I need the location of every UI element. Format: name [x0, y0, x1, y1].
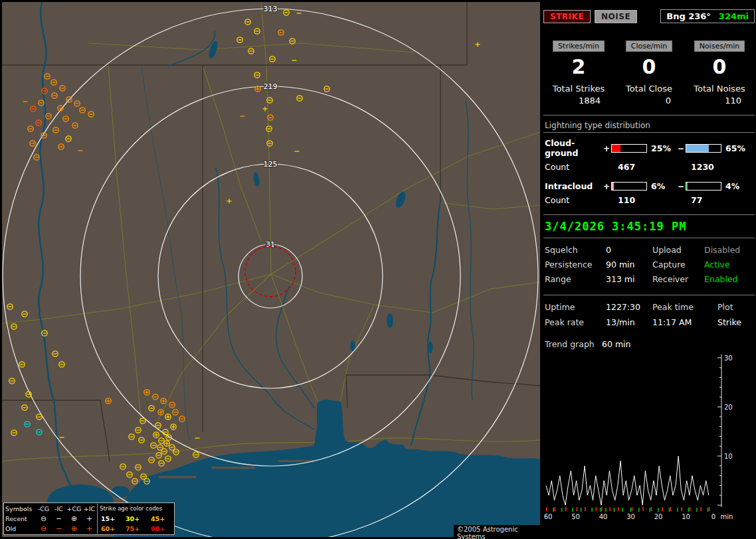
status-cell: 11:17 AM [652, 317, 717, 327]
status-grid: Uptime1227:30Peak timePlotPeak rate13/mi… [543, 295, 755, 329]
negative-bar [686, 144, 721, 153]
trend-line [546, 456, 709, 505]
x-axis-unit: min [721, 513, 733, 520]
lightning-map[interactable]: 31321912531 [2, 2, 540, 537]
strike-button[interactable]: STRIKE [543, 10, 591, 23]
noise-mark [553, 508, 554, 512]
distribution-name: Cloud-ground [545, 138, 602, 158]
bearing-distance: 324mi [719, 11, 749, 21]
rate-value: 2 [572, 55, 586, 78]
legend-symbol: ⊖ [36, 524, 51, 533]
negative-bar [686, 182, 721, 191]
legend-symbol: − [51, 524, 66, 533]
x-tick-label: 0 [711, 513, 715, 520]
setting-cell: 0 [606, 245, 652, 255]
mode-toolbar: STRIKE NOISE Bng 236° 324mi [543, 9, 755, 23]
negative-count: 77 [686, 195, 755, 205]
setting-cell: Upload [652, 245, 704, 255]
trend-header: Trend graph 60 min [545, 339, 755, 349]
noise-mark [581, 508, 582, 512]
distribution-name: Intracloud [545, 181, 602, 191]
status-cell: 13/min [606, 317, 652, 327]
rate-counters: Strikes/min2Total Strikes1884Close/min0T… [543, 40, 755, 106]
close-mark [577, 507, 578, 511]
distribution-row: Cloud-ground+25%−65% [545, 138, 755, 158]
distribution-count-row: Count4671230 [545, 162, 755, 172]
positive-bar [611, 144, 647, 153]
divider [543, 115, 755, 116]
close-mark [642, 507, 644, 511]
y-tick-label: 10 [724, 453, 733, 460]
range-ring-label: 125 [264, 160, 278, 169]
noise-mark [669, 508, 670, 512]
x-tick-label: 50 [571, 513, 580, 520]
legend-symbol: − [51, 514, 66, 523]
close-mark [609, 507, 611, 511]
legend-col-header: +IC [82, 504, 97, 514]
setting-cell: 90 min [606, 260, 652, 270]
plus-sign: + [602, 181, 611, 191]
total-label: Total Close [626, 84, 672, 94]
status-cell: 1227:30 [606, 302, 652, 312]
divider [543, 132, 755, 133]
setting-cell: Disabled [704, 245, 755, 255]
total-value: 1884 [579, 96, 614, 106]
legend-symbols-header: Symbols [5, 504, 36, 514]
rate-chip: Close/min [626, 40, 672, 52]
y-tick-label: 20 [724, 404, 733, 411]
rate-chip: Strikes/min [553, 40, 605, 52]
distribution-title: Lightning type distribution [545, 121, 755, 130]
legend-row-label: Old [5, 524, 36, 534]
positive-bar [611, 182, 647, 191]
rate-column: Close/min0Total Close0 [614, 40, 684, 106]
count-label: Count [545, 195, 602, 205]
distribution-count-row: Count11077 [545, 195, 755, 205]
bearing-label: Bng 236° [666, 11, 711, 21]
noise-mark [658, 508, 659, 512]
setting-cell: Active [704, 260, 755, 270]
legend-age-code: 45+ [147, 514, 173, 524]
negative-percent: 65% [723, 143, 755, 153]
positive-count: 110 [611, 195, 676, 205]
trend-graph-label: Trend graph [545, 339, 602, 349]
legend-col-header: -CG [36, 504, 51, 514]
x-tick-label: 20 [654, 513, 663, 520]
legend-symbol: + [82, 524, 97, 533]
plus-sign: + [602, 143, 611, 153]
map-area[interactable]: 31321912531 Symbols-CG-IC+CG+ICStrike ag… [2, 2, 540, 537]
status-cell: Uptime [545, 302, 606, 312]
close-mark [700, 507, 702, 511]
legend-age-code: 60+ [97, 524, 122, 534]
noise-mark [622, 508, 623, 512]
legend-symbol: + [82, 514, 97, 523]
noise-mark [561, 508, 563, 512]
noise-mark [600, 508, 601, 512]
settings-grid: Squelch0UploadDisabledPersistence90 minC… [543, 238, 755, 285]
positive-percent: 6% [648, 181, 676, 191]
rate-chip: Noises/min [694, 40, 745, 52]
minus-sign: − [676, 181, 686, 191]
positive-percent: 25% [648, 143, 676, 153]
trend-window: 60 min [602, 339, 630, 349]
legend-age-code: 30+ [122, 514, 147, 524]
noise-mark [591, 508, 593, 512]
noise-mark [696, 508, 698, 512]
y-tick-label: 30 [724, 354, 733, 362]
close-mark [601, 507, 603, 511]
close-mark [709, 507, 710, 511]
rate-value: 0 [713, 55, 727, 78]
noise-mark [572, 508, 573, 512]
negative-count: 1230 [686, 162, 755, 172]
noise-mark [677, 508, 678, 512]
noise-mark [708, 508, 709, 512]
legend-col-header: -IC [51, 504, 66, 514]
noise-mark [614, 508, 615, 512]
count-label: Count [545, 162, 602, 172]
setting-cell: Enabled [704, 274, 755, 284]
setting-cell: Receiver [652, 274, 704, 284]
distribution-rows: Cloud-ground+25%−65%Count4671230Intraclo… [543, 138, 755, 205]
legend-symbol: ⊕ [66, 524, 82, 533]
noise-button[interactable]: NOISE [595, 10, 637, 23]
clock-box: 3/4/2026 3:45:19 PM [543, 214, 755, 238]
setting-cell: 313 mi [606, 274, 652, 284]
